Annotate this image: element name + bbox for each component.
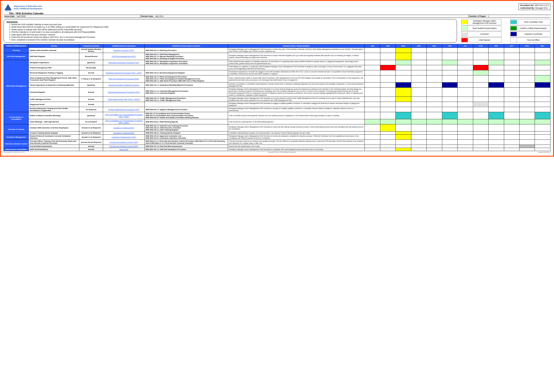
month-cell (535, 140, 550, 145)
month-cell (489, 65, 504, 70)
table-row: Traffic Management PlanAnnualTraffic Man… (4, 97, 550, 102)
month-cell (458, 124, 473, 132)
month-cell (458, 140, 473, 145)
month-cell (504, 107, 519, 112)
month-cell (380, 145, 396, 148)
month-cell (411, 102, 426, 107)
reference-link[interactable]: Hygiene Management Procedure (PDF) (108, 109, 140, 111)
legend-swatch (462, 32, 468, 36)
month-cell (442, 112, 457, 119)
month-cell (504, 88, 519, 97)
month-cell (365, 83, 380, 88)
month-cell (504, 148, 519, 151)
month-cell (442, 65, 457, 70)
month-cell (458, 48, 473, 53)
month-cell (396, 107, 411, 112)
month-cell (427, 48, 442, 53)
reference-link[interactable]: First Aid and Infection Control (PDF) (109, 145, 138, 147)
month-cell (442, 145, 457, 148)
reference-link[interactable]: Chemical Management Procedure (PDF) (108, 91, 140, 93)
table-row: First Aid & Infection ControlFirst Aid O… (4, 140, 550, 145)
reference-link[interactable]: First Aid and Infection Control (PDF) (109, 141, 138, 143)
reference-link[interactable]: Induction & Training (PDF) (113, 132, 134, 134)
month-cell (489, 102, 504, 107)
reference-link[interactable]: OHS Risk Management (PDF) (112, 55, 136, 57)
month-cell (411, 70, 426, 75)
month-cell (411, 53, 426, 60)
reference-link[interactable]: Hazardous Building Material Procedure (108, 84, 139, 86)
table-row: Electrical Equipment Testing & TaggingAn… (4, 70, 550, 75)
month-cell (535, 53, 550, 60)
reference-link[interactable]: Workplace Inspection Procedure (PDF) (108, 62, 139, 64)
month-cell (427, 70, 442, 75)
table-row: Communication & ConsultationHealth & Saf… (4, 112, 550, 119)
month-cell (504, 65, 519, 70)
legend-swatch (462, 38, 468, 42)
month-cell (411, 124, 426, 132)
month-cell (365, 112, 380, 119)
month-cell (380, 102, 396, 107)
month-cell (504, 53, 519, 60)
legend-item: Workplace Manager and/or Management OHS … (461, 19, 501, 25)
element-category: OHS Hazard Management (4, 60, 29, 112)
reference-link[interactable]: Contractor Management (PDF) (112, 136, 136, 138)
month-cell (380, 75, 396, 83)
month-header: MAY (427, 44, 442, 48)
month-cell (473, 119, 488, 124)
month-cell (411, 135, 426, 140)
reference-link[interactable]: Induction & Training (PDF) (113, 127, 134, 129)
month-cell (411, 83, 426, 88)
table-header-row: DEECD OHSMS ElementActivityFrequency of … (4, 44, 550, 48)
table-row: Practice Emergency DrillsBi-annuallyChie… (4, 65, 550, 70)
legend-swatch (511, 20, 517, 24)
month-cell (442, 135, 457, 140)
month-cell (427, 145, 442, 148)
month-cell (380, 112, 396, 119)
table-row: PlanningUpdate OHS Activities CalendarAn… (4, 48, 550, 53)
table-row: Plant & Equipment Risk Management Forms,… (4, 75, 550, 83)
reference-link[interactable]: OHS Consultation & Communication Procedu… (105, 114, 143, 118)
month-cell (489, 148, 504, 151)
month-cell (396, 112, 411, 119)
month-cell (396, 145, 411, 148)
month-cell (380, 124, 396, 132)
month-cell (473, 48, 488, 53)
month-cell (396, 48, 411, 53)
month-cell (535, 97, 550, 102)
reference-link[interactable]: Planning Procedure (PDF) (113, 49, 134, 51)
table-row: Playground AuditAnnualWorkplace Manager … (4, 102, 550, 107)
instructions-box: Instructions: Review the OHS Activities … (4, 19, 457, 43)
month-header: AUG (473, 44, 488, 48)
month-cell (365, 53, 380, 60)
month-cell (504, 70, 519, 75)
table-row: Team Meetings - OHS Agenda ItemAs schedu… (4, 119, 550, 124)
month-cell (458, 112, 473, 119)
month-cell (504, 60, 519, 65)
month-cell (396, 124, 411, 132)
reference-link[interactable]: (insert link) (120, 148, 128, 150)
month-cell (442, 97, 457, 102)
month-cell (365, 65, 380, 70)
month-cell (411, 107, 426, 112)
table-row: Conduct Training Needs AnalysisAnnual or… (4, 132, 550, 135)
month-cell (365, 107, 380, 112)
reference-link[interactable]: Electrical Equipment Procedure (PDF - 42… (106, 72, 142, 74)
month-cell (535, 112, 550, 119)
month-cell (504, 124, 519, 132)
month-cell (380, 135, 396, 140)
element-category: Contractor Management (4, 135, 29, 140)
month-cell (473, 107, 488, 112)
reference-link[interactable]: Traffic Management Plan (Word - 463Kb) (108, 98, 140, 100)
month-cell (535, 60, 550, 65)
reference-link[interactable]: OHS Consultation & Communication Procedu… (105, 120, 143, 124)
element-category: Measurement & Evaluation (4, 148, 29, 151)
month-cell (380, 65, 396, 70)
element-category: OHS Risk Management (4, 53, 29, 60)
month-cell (396, 88, 411, 97)
month-cell (458, 135, 473, 140)
legend-item: First Aid Officer (510, 37, 550, 43)
document-header: Victoria Department of Education and Ear… (4, 4, 550, 18)
element-category: Induction & Training (4, 124, 29, 135)
month-cell (427, 53, 442, 60)
reference-link[interactable]: Plant and Equipment Procedure (PDF) (109, 78, 139, 80)
